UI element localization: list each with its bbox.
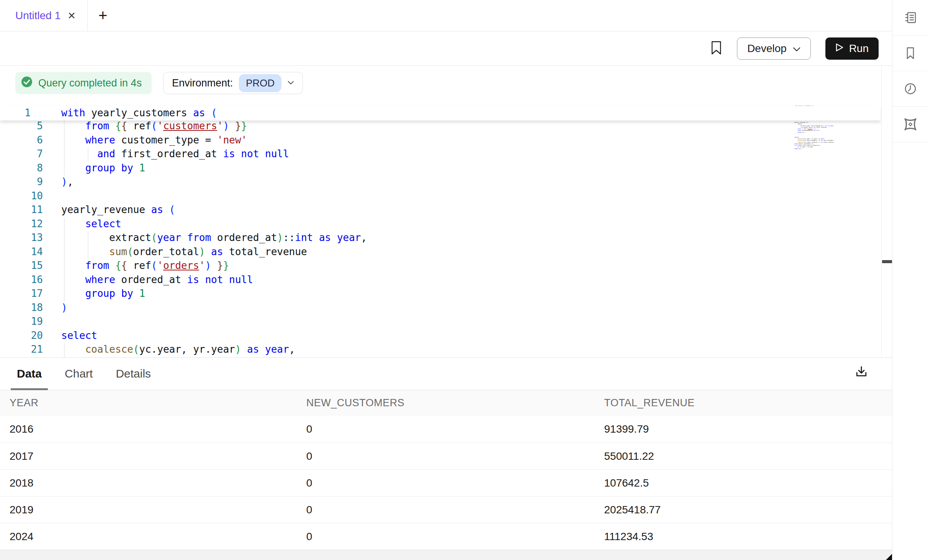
sticky-code-line[interactable]: 1 with yearly_customers as ( [0, 106, 881, 120]
line-number: 20 [0, 329, 43, 343]
code-line[interactable]: 5 from {{ ref('customers') }} [0, 119, 881, 133]
sql-editor[interactable]: Query completed in 4s Environment: PROD [0, 66, 892, 358]
tab-data[interactable]: Data [17, 358, 42, 390]
add-tab-button[interactable]: + [88, 7, 118, 24]
line-number: 6 [0, 133, 43, 147]
line-number: 8 [0, 161, 43, 175]
notebook-icon [903, 10, 918, 25]
indent-guide [64, 218, 65, 301]
tab-details[interactable]: Details [116, 358, 151, 390]
sidebar-item-bookmarks[interactable] [892, 36, 928, 71]
code-line[interactable]: 11yearly_revenue as ( [0, 203, 881, 217]
code-line[interactable]: 18) [0, 301, 881, 315]
table-cell: 0 [297, 504, 595, 516]
line-code: group by 1 [43, 287, 145, 301]
line-number: 16 [0, 273, 43, 287]
table-row: 201902025418.77 [0, 496, 892, 523]
sidebar-item-notebook[interactable] [892, 0, 928, 36]
editor-scrollbar[interactable] [881, 66, 892, 358]
code-line[interactable]: 12 select [0, 217, 881, 231]
download-button[interactable] [854, 365, 869, 381]
line-number: 9 [0, 175, 43, 189]
code-line[interactable]: 20select [0, 329, 881, 343]
column-header: TOTAL_REVENUE [595, 397, 892, 409]
run-button[interactable]: Run [825, 37, 879, 60]
code-line[interactable]: 17 group by 1 [0, 287, 881, 301]
chevron-down-icon [288, 80, 294, 86]
line-code: sum(order_total) as total_revenue [43, 245, 307, 259]
table-cell: 2024 [0, 531, 297, 543]
bookmark-icon [903, 46, 918, 60]
code-line[interactable]: 8 group by 1 [0, 161, 881, 175]
bookmark-icon [710, 41, 722, 56]
run-label: Run [849, 42, 869, 55]
table-cell: 0 [297, 423, 595, 435]
code-line[interactable]: 21 coalesce(yc.year, yr.year) as year, [0, 342, 881, 357]
code-line[interactable]: 13 extract(year from ordered_at)::int as… [0, 231, 881, 245]
line-number: 11 [0, 203, 43, 217]
table-cell: 111234.53 [595, 531, 892, 543]
column-header: YEAR [0, 397, 297, 409]
code-line[interactable]: 14 sum(order_total) as total_revenue [0, 245, 881, 259]
line-number: 13 [0, 231, 43, 245]
resize-grip[interactable] [886, 554, 892, 560]
line-code [43, 314, 61, 329]
develop-label: Develop [747, 42, 787, 55]
line-code: coalesce(yc.year, yr.year) as year, [43, 342, 295, 357]
bookmark-button[interactable] [710, 41, 722, 56]
download-icon [854, 375, 869, 381]
sidebar-item-history[interactable] [892, 71, 928, 107]
clock-icon [903, 81, 918, 96]
line-number: 14 [0, 245, 43, 259]
line-number: 5 [0, 119, 43, 133]
query-status-text: Query completed in 4s [38, 77, 142, 89]
line-code: where customer_type = 'new' [43, 133, 247, 147]
check-circle-icon [21, 76, 33, 91]
table-cell: 2025418.77 [595, 504, 892, 516]
develop-dropdown[interactable]: Develop [737, 37, 811, 60]
right-sidebar [892, 0, 928, 560]
line-number: 21 [0, 342, 43, 357]
play-icon [835, 42, 844, 55]
results-panel: Data Chart Details YEARNEW_CUSTOMERSTOTA… [0, 358, 892, 560]
environment-value-badge: PROD [239, 74, 281, 92]
close-icon[interactable]: ✕ [67, 11, 76, 21]
code-line[interactable]: 16 where ordered_at is not null [0, 273, 881, 287]
status-row: Query completed in 4s Environment: PROD [15, 72, 303, 94]
horizontal-scrollbar[interactable] [0, 550, 892, 560]
results-tab-bar: Data Chart Details [0, 358, 892, 390]
line-number: 7 [0, 147, 43, 161]
chevron-down-icon [793, 42, 801, 55]
editor-lines[interactable]: 5 from {{ ref('customers') }}6 where cus… [0, 119, 881, 358]
table-row: 20170550011.22 [0, 443, 892, 469]
tab-untitled-1[interactable]: Untitled 1 ✕ [0, 0, 88, 31]
code-line[interactable]: 6 where customer_type = 'new' [0, 133, 881, 147]
code-area[interactable]: 1 with yearly_customers as ( 5 from {{ r… [0, 66, 881, 358]
line-code: from {{ ref('orders') }} [43, 259, 229, 273]
environment-selector[interactable]: Environment: PROD [163, 72, 303, 94]
code-line[interactable]: 19 [0, 314, 881, 329]
line-number: 10 [0, 189, 43, 203]
code-line[interactable]: 9), [0, 175, 881, 189]
table-row: 20180107642.5 [0, 469, 892, 496]
environment-label: Environment: [172, 77, 233, 89]
sticky-line-number: 1 [0, 106, 31, 120]
tab-chart[interactable]: Chart [65, 358, 93, 390]
toolbar: Develop Run [0, 31, 892, 66]
table-row: 2016091399.79 [0, 416, 892, 443]
table-cell: 2019 [0, 504, 297, 516]
line-code: and first_ordered_at is not null [43, 147, 289, 161]
line-number: 18 [0, 301, 43, 315]
line-code: from {{ ref('customers') }} [43, 119, 247, 133]
sidebar-item-assistant[interactable] [892, 107, 928, 142]
results-table-header: YEARNEW_CUSTOMERSTOTAL_REVENUE [0, 390, 892, 416]
code-line[interactable]: 15 from {{ ref('orders') }} [0, 259, 881, 273]
query-status-pill: Query completed in 4s [15, 72, 152, 94]
code-line[interactable]: 10 [0, 189, 881, 203]
code-line[interactable]: 7 and first_ordered_at is not null [0, 147, 881, 161]
scrollbar-cursor-marker[interactable] [882, 260, 892, 263]
line-number: 19 [0, 314, 43, 329]
table-cell: 91399.79 [595, 423, 892, 435]
indent-guide [88, 148, 88, 162]
line-code: select [43, 217, 121, 231]
